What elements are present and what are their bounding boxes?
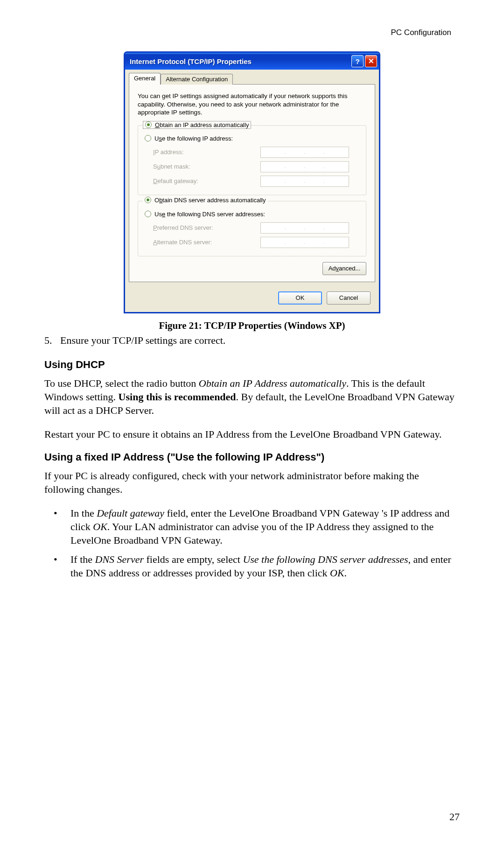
ip-settings-group: Obtain an IP address automatically Use t… [138, 125, 366, 195]
heading-using-dhcp: Using DHCP [44, 359, 460, 371]
dhcp-paragraph-2: Restart your PC to ensure it obtains an … [44, 427, 460, 441]
radio-label: Obtain an IP address automatically [155, 121, 249, 128]
radio-label: Use the following IP address: [154, 135, 233, 142]
alternate-dns-row: Alternate DNS server: ... [153, 237, 359, 248]
list-item: In the Default gateway field, enter the … [44, 506, 460, 547]
preferred-dns-label: Preferred DNS server: [153, 224, 260, 231]
radio-unchecked-icon [145, 135, 151, 142]
dhcp-paragraph-1: To use DHCP, select the radio button Obt… [44, 376, 460, 417]
window-title: Internet Protocol (TCP/IP) Properties [130, 57, 252, 65]
radio-use-following-ip[interactable]: Use the following IP address: [145, 135, 359, 142]
default-gateway-input[interactable]: ... [260, 176, 349, 187]
fixed-paragraph-1: If your PC is already configured, check … [44, 469, 460, 496]
ip-address-row: IP address: ... [153, 147, 359, 158]
alternate-dns-label: Alternate DNS server: [153, 239, 260, 246]
radio-checked-icon [145, 121, 152, 128]
step-5: 5. Ensure your TCP/IP settings are corre… [44, 334, 460, 347]
help-icon[interactable]: ? [351, 55, 364, 67]
advanced-button[interactable]: Advanced... [322, 262, 366, 275]
ip-address-input[interactable]: ... [260, 147, 349, 158]
tab-strip: General Alternate Configuration [125, 70, 379, 84]
radio-obtain-ip-auto[interactable]: Obtain an IP address automatically [143, 121, 251, 129]
dns-settings-group: Obtain DNS server address automatically … [138, 201, 366, 256]
figure-caption: Figure 21: TCP/IP Properties (Windows XP… [44, 320, 460, 332]
list-item: If the DNS Server fields are empty, sele… [44, 553, 460, 580]
ip-address-label: IP address: [153, 149, 260, 156]
radio-label: Obtain DNS server address automatically [154, 197, 266, 204]
ok-button[interactable]: OK [278, 291, 322, 305]
preferred-dns-row: Preferred DNS server: ... [153, 222, 359, 234]
preferred-dns-input[interactable]: ... [260, 222, 349, 234]
dialog-actions: OK Cancel [125, 286, 379, 312]
alternate-dns-input[interactable]: ... [260, 237, 349, 248]
titlebar: Internet Protocol (TCP/IP) Properties ? … [125, 53, 379, 70]
radio-checked-icon [145, 197, 151, 203]
radio-obtain-dns-auto[interactable]: Obtain DNS server address automatically [143, 197, 267, 204]
step-text: Ensure your TCP/IP settings are correct. [60, 334, 225, 347]
heading-fixed-ip: Using a fixed IP Address ("Use the follo… [44, 451, 460, 463]
default-gateway-label: Default gateway: [153, 177, 260, 184]
tab-general[interactable]: General [129, 73, 161, 85]
fixed-ip-bullets: In the Default gateway field, enter the … [44, 506, 460, 580]
page-number: 27 [449, 811, 460, 823]
subnet-mask-row: Subnet mask: ... [153, 161, 359, 172]
radio-label: Use the following DNS server addresses: [154, 211, 265, 218]
tab-alternate-configuration[interactable]: Alternate Configuration [161, 74, 233, 85]
tab-panel-general: You can get IP settings assigned automat… [129, 84, 375, 282]
close-icon[interactable]: ✕ [365, 55, 377, 67]
dialog-description: You can get IP settings assigned automat… [138, 92, 366, 117]
tcpip-properties-dialog: Internet Protocol (TCP/IP) Properties ? … [124, 51, 380, 313]
default-gateway-row: Default gateway: ... [153, 176, 359, 187]
radio-use-following-dns[interactable]: Use the following DNS server addresses: [145, 211, 359, 218]
radio-unchecked-icon [145, 211, 151, 217]
page-header-right: PC Configuration [44, 28, 460, 37]
subnet-mask-input[interactable]: ... [260, 161, 349, 172]
cancel-button[interactable]: Cancel [327, 291, 371, 305]
step-number: 5. [44, 334, 60, 347]
subnet-mask-label: Subnet mask: [153, 163, 260, 170]
